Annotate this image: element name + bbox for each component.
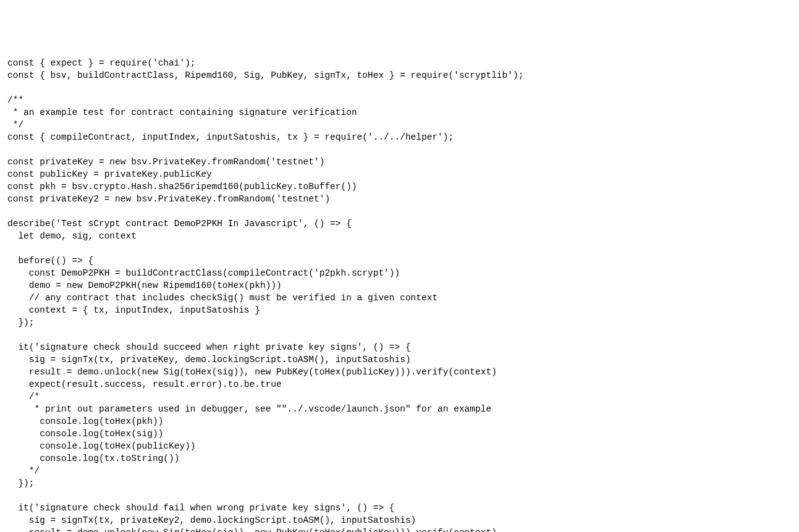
code-line: */ bbox=[7, 120, 23, 130]
code-line: sig = signTx(tx, privateKey2, demo.locki… bbox=[7, 515, 416, 525]
code-line: // any contract that includes checkSig()… bbox=[7, 293, 438, 303]
code-line: const DemoP2PKH = buildContractClass(com… bbox=[7, 268, 400, 278]
code-line: console.log(toHex(sig)) bbox=[7, 429, 163, 439]
code-line: const { bsv, buildContractClass, Ripemd1… bbox=[7, 70, 523, 80]
code-line: }); bbox=[7, 478, 35, 488]
code-line: const { compileContract, inputIndex, inp… bbox=[7, 132, 454, 142]
code-line: it('signature check should fail when wro… bbox=[7, 503, 395, 513]
code-line: let demo, sig, context bbox=[7, 231, 137, 241]
code-line: expect(result.success, result.error).to.… bbox=[7, 379, 282, 389]
code-line: const privateKey = new bsv.PrivateKey.fr… bbox=[7, 157, 324, 167]
code-line: }); bbox=[7, 318, 35, 327]
code-line: result = demo.unlock(new Sig(toHex(sig))… bbox=[7, 367, 497, 377]
code-line: */ bbox=[7, 466, 40, 476]
code-block: const { expect } = require('chai'); cons… bbox=[7, 57, 792, 532]
code-line: const privateKey2 = new bsv.PrivateKey.f… bbox=[7, 194, 330, 204]
code-line: before(() => { bbox=[7, 256, 93, 266]
code-line: * print out parameters used in debugger,… bbox=[7, 404, 491, 414]
code-line: console.log(tx.toString()) bbox=[7, 454, 179, 463]
code-line: console.log(toHex(publicKey)) bbox=[7, 441, 196, 451]
code-line: * an example test for contract containin… bbox=[7, 108, 357, 117]
code-line: /* bbox=[7, 392, 40, 402]
code-line: result = demo.unlock(new Sig(toHex(sig))… bbox=[7, 528, 497, 532]
code-line: sig = signTx(tx, privateKey, demo.lockin… bbox=[7, 355, 411, 365]
code-line: /** bbox=[7, 95, 23, 105]
code-line: it('signature check should succeed when … bbox=[7, 342, 411, 352]
code-line: const pkh = bsv.crypto.Hash.sha256ripemd… bbox=[7, 182, 357, 192]
code-line: const { expect } = require('chai'); bbox=[7, 58, 196, 68]
code-line: context = { tx, inputIndex, inputSatoshi… bbox=[7, 305, 260, 315]
code-line: describe('Test sCrypt contract DemoP2PKH… bbox=[7, 219, 352, 229]
code-line: console.log(toHex(pkh)) bbox=[7, 416, 163, 426]
code-line: const publicKey = privateKey.publicKey bbox=[7, 169, 212, 179]
code-line: demo = new DemoP2PKH(new Ripemd160(toHex… bbox=[7, 281, 282, 290]
